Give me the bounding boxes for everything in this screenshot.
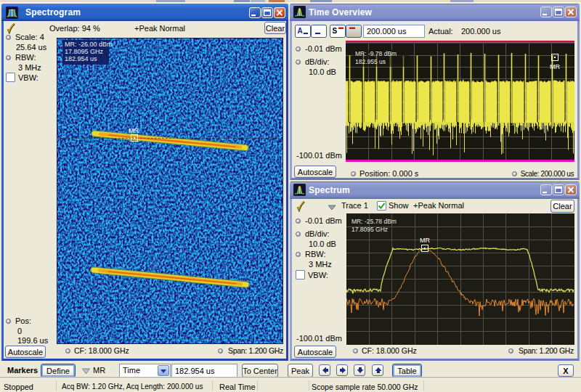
svg-text:S: S	[333, 27, 338, 35]
svg-text:A: A	[298, 27, 303, 35]
svg-text:MR: -9.78 dBm: MR: -9.78 dBm	[355, 50, 397, 57]
svg-text:182.955 us: 182.955 us	[355, 58, 386, 65]
svg-text:MR: -26.00 dBm: MR: -26.00 dBm	[65, 41, 113, 48]
svg-text:MR: MR	[550, 63, 560, 70]
svg-text:MR: -25.78 dBm: MR: -25.78 dBm	[352, 218, 397, 225]
svg-text:MR: MR	[420, 237, 430, 244]
svg-text:17.8095 GHz: 17.8095 GHz	[65, 48, 104, 55]
svg-text:182.954 us: 182.954 us	[65, 55, 97, 62]
svg-text:MR: MR	[129, 127, 139, 134]
svg-text:17.8095 GHz: 17.8095 GHz	[352, 226, 388, 233]
